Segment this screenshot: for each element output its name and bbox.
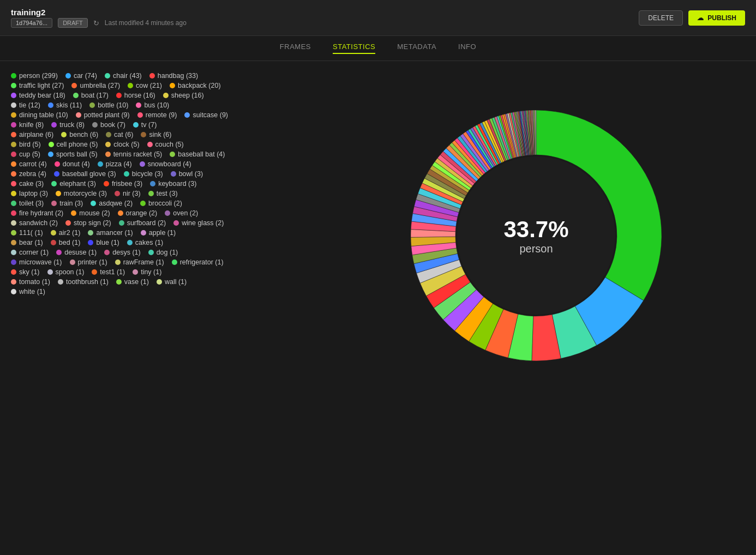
list-item[interactable]: zebra (4) <box>11 170 46 178</box>
list-item[interactable]: fire hydrant (2) <box>11 209 63 217</box>
list-item[interactable]: truck (8) <box>51 121 85 129</box>
list-item[interactable]: mouse (2) <box>71 209 110 217</box>
list-item[interactable]: dog (1) <box>148 249 178 256</box>
list-item[interactable]: toothbrush (1) <box>58 278 109 286</box>
list-item[interactable]: test (3) <box>148 190 178 197</box>
list-item[interactable]: asdqwe (2) <box>91 200 133 207</box>
tab-info[interactable]: INFO <box>458 43 476 54</box>
list-item[interactable]: refrigerator (1) <box>172 258 224 266</box>
list-item[interactable]: orange (2) <box>118 209 158 217</box>
label-text: vase (1) <box>124 278 149 286</box>
list-item[interactable]: donut (4) <box>55 160 90 168</box>
delete-button[interactable]: DELETE <box>639 10 683 26</box>
list-item[interactable]: sandwich (2) <box>11 219 58 227</box>
list-item[interactable]: snowboard (4) <box>140 160 191 168</box>
list-item[interactable]: horse (16) <box>116 92 155 99</box>
list-item[interactable]: tomato (1) <box>11 278 50 286</box>
list-item[interactable]: blue (1) <box>88 239 119 246</box>
publish-button[interactable]: ☁ PUBLISH <box>688 10 745 26</box>
tab-metadata[interactable]: METADATA <box>397 43 436 54</box>
list-item[interactable]: apple (1) <box>141 229 176 237</box>
list-item[interactable]: bicycle (3) <box>124 170 163 178</box>
list-item[interactable]: desys (1) <box>104 249 140 256</box>
list-item[interactable]: tennis racket (5) <box>105 150 163 158</box>
list-item[interactable]: teddy bear (18) <box>11 92 65 99</box>
list-item[interactable]: rawFrame (1) <box>115 258 164 266</box>
list-item[interactable]: remote (9) <box>137 111 177 119</box>
label-dot <box>11 230 16 236</box>
list-item[interactable]: motorcycle (3) <box>56 190 107 197</box>
list-item[interactable]: sheep (16) <box>163 92 204 99</box>
list-item[interactable]: bird (5) <box>11 141 41 148</box>
list-item[interactable]: bottle (10) <box>89 101 128 109</box>
list-item[interactable]: sink (6) <box>141 131 171 138</box>
list-item[interactable]: nir (3) <box>115 190 141 197</box>
list-item[interactable]: cup (5) <box>11 150 40 158</box>
list-item[interactable]: boat (17) <box>73 92 109 99</box>
list-item[interactable]: white (1) <box>11 288 45 295</box>
list-item[interactable]: desuse (1) <box>56 249 97 256</box>
list-item[interactable]: wall (1) <box>157 278 187 286</box>
list-item[interactable]: microwave (1) <box>11 258 62 266</box>
list-item[interactable]: elephant (3) <box>51 180 96 188</box>
list-item[interactable]: laptop (3) <box>11 190 48 197</box>
list-item[interactable]: handbag (33) <box>149 72 198 80</box>
list-item[interactable]: stop sign (2) <box>65 219 111 227</box>
tab-frames[interactable]: FRAMES <box>280 43 311 54</box>
list-item[interactable]: carrot (4) <box>11 160 47 168</box>
list-item[interactable]: couch (5) <box>147 141 184 148</box>
list-item[interactable]: car (74) <box>65 72 97 80</box>
list-item[interactable]: tv (7) <box>133 121 157 129</box>
list-item[interactable]: bench (6) <box>61 131 98 138</box>
list-item[interactable]: traffic light (27) <box>11 82 64 89</box>
list-item[interactable]: knife (8) <box>11 121 44 129</box>
list-item[interactable]: cake (3) <box>11 180 44 188</box>
list-item[interactable]: oven (2) <box>165 209 198 217</box>
list-item[interactable]: potted plant (9) <box>76 111 130 119</box>
list-item[interactable]: airplane (6) <box>11 131 53 138</box>
list-item[interactable]: skis (11) <box>48 101 82 109</box>
tab-statistics[interactable]: STATISTICS <box>333 43 375 54</box>
list-item[interactable]: vase (1) <box>116 278 149 286</box>
list-item[interactable]: sports ball (5) <box>48 150 98 158</box>
list-item[interactable]: bus (10) <box>136 101 169 109</box>
list-item[interactable]: clock (5) <box>105 141 139 148</box>
list-item[interactable]: test1 (1) <box>92 268 125 276</box>
label-text: dog (1) <box>157 249 178 256</box>
list-item[interactable]: cat (6) <box>106 131 133 138</box>
list-item[interactable]: 111( (1) <box>11 229 43 237</box>
list-item[interactable]: umbrella (27) <box>71 82 120 89</box>
list-item[interactable]: wine glass (2) <box>173 219 224 227</box>
list-item[interactable]: baseball glove (3) <box>54 170 116 178</box>
list-item[interactable]: baseball bat (4) <box>170 150 225 158</box>
list-item[interactable]: person (299) <box>11 72 58 80</box>
list-item[interactable]: cakes (1) <box>127 239 163 246</box>
list-item[interactable]: suitcase (9) <box>184 111 228 119</box>
list-item[interactable]: tie (12) <box>11 101 40 109</box>
list-item[interactable]: frisbee (3) <box>104 180 142 188</box>
donut-segment[interactable] <box>535 110 536 155</box>
list-item[interactable]: bed (1) <box>51 239 81 246</box>
list-item[interactable]: pizza (4) <box>98 160 132 168</box>
list-item[interactable]: chair (43) <box>105 72 142 80</box>
list-item[interactable]: amancer (1) <box>88 229 133 237</box>
list-item[interactable]: dining table (10) <box>11 111 68 119</box>
list-item[interactable]: broccoli (2) <box>140 200 182 207</box>
list-item[interactable]: tiny (1) <box>133 268 161 276</box>
list-item[interactable]: backpack (20) <box>170 82 221 89</box>
list-item[interactable]: cell phone (5) <box>49 141 98 148</box>
list-item[interactable]: train (3) <box>51 200 83 207</box>
label-text: bed (1) <box>59 239 81 246</box>
list-item[interactable]: toilet (3) <box>11 200 44 207</box>
list-item[interactable]: bowl (3) <box>171 170 203 178</box>
list-item[interactable]: air2 (1) <box>51 229 81 237</box>
list-item[interactable]: bear (1) <box>11 239 43 246</box>
list-item[interactable]: spoon (1) <box>47 268 85 276</box>
list-item[interactable]: surfboard (2) <box>119 219 166 227</box>
list-item[interactable]: printer (1) <box>70 258 107 266</box>
list-item[interactable]: book (7) <box>92 121 125 129</box>
list-item[interactable]: keyboard (3) <box>150 180 196 188</box>
list-item[interactable]: sky (1) <box>11 268 40 276</box>
list-item[interactable]: corner (1) <box>11 249 49 256</box>
list-item[interactable]: cow (21) <box>128 82 162 89</box>
